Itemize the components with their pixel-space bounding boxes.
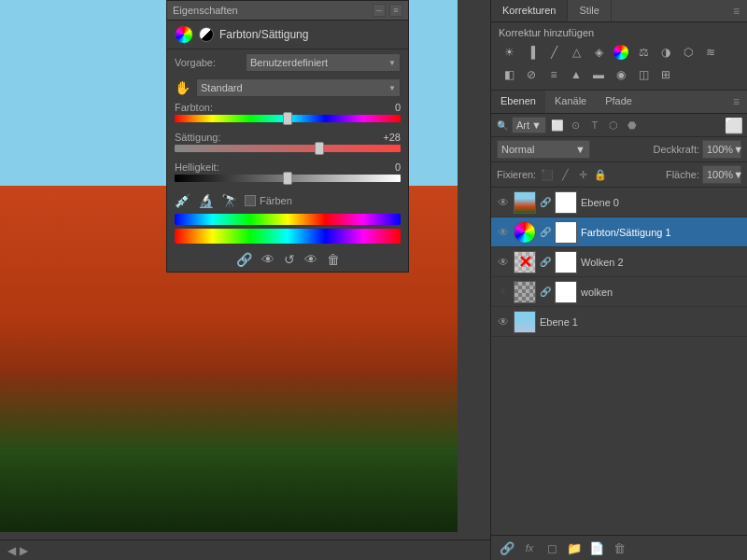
layer-item-wolken[interactable]: 👁 🔗 wolken bbox=[491, 277, 747, 307]
korr-extra2-icon[interactable]: ⊞ bbox=[655, 64, 676, 85]
eye-bottom-icon[interactable]: 👁 bbox=[261, 252, 275, 267]
nav-left-icon[interactable]: ◀ bbox=[7, 544, 16, 557]
helligkeit-value: 0 bbox=[373, 161, 401, 173]
farben-checkbox: Färben bbox=[245, 195, 292, 206]
korr-levels-icon[interactable]: ▐ bbox=[521, 42, 542, 63]
filter-icon4[interactable]: ⬡ bbox=[606, 118, 621, 133]
korr-brightness-icon[interactable]: ☀ bbox=[499, 42, 519, 63]
tab-ebenen[interactable]: Ebenen bbox=[491, 91, 545, 113]
korr-gradient-icon[interactable]: ▬ bbox=[588, 64, 609, 85]
korr-vibrance-icon[interactable]: ◈ bbox=[588, 42, 609, 63]
farbton-slider-thumb[interactable] bbox=[283, 112, 292, 125]
delete-icon[interactable]: 🗑 bbox=[327, 252, 340, 267]
eyedropper-icon[interactable]: 💉 bbox=[175, 193, 190, 208]
korr-threshold-icon[interactable]: ▲ bbox=[566, 64, 586, 85]
layer-eye-wolken[interactable]: 👁 bbox=[497, 286, 510, 299]
layer-thumb-ebene0 bbox=[514, 191, 536, 214]
helligkeit-slider-thumb[interactable] bbox=[283, 172, 292, 185]
korr-posterize-icon[interactable]: ≡ bbox=[543, 64, 564, 85]
panel-menu-icon[interactable]: ≡ bbox=[389, 4, 402, 17]
filter-toggle[interactable]: ⬜ bbox=[726, 118, 741, 133]
fix-icons: ⬛ ╱ ✛ 🔒 bbox=[540, 167, 662, 182]
flaeche-value[interactable]: 100% ▼ bbox=[702, 165, 741, 184]
nav-right-icon[interactable]: ▶ bbox=[20, 544, 28, 557]
layer-eye-ebene1[interactable]: 👁 bbox=[497, 315, 510, 329]
fix-lock-icon[interactable]: 🔒 bbox=[593, 167, 608, 182]
filter-icon3[interactable]: T bbox=[587, 118, 602, 133]
layer-eye-wolken2[interactable]: 👁 bbox=[497, 256, 510, 269]
korr-huesat-icon[interactable] bbox=[613, 45, 628, 60]
farbton-slider-track[interactable] bbox=[175, 115, 401, 122]
helligkeit-slider-track[interactable] bbox=[175, 175, 401, 182]
korr-bw-icon[interactable]: ◑ bbox=[655, 42, 676, 63]
tab-pfade[interactable]: Pfade bbox=[596, 91, 641, 113]
standard-dropdown[interactable]: Standard ▼ bbox=[196, 78, 401, 97]
flaeche-arrow: ▼ bbox=[733, 169, 743, 180]
properties-bottom-icons: 🔗 👁 ↺ 👁 🗑 bbox=[167, 247, 408, 272]
new-group-icon[interactable]: 📁 bbox=[566, 539, 583, 556]
korr-exposure-icon[interactable]: △ bbox=[566, 42, 586, 63]
layer-eye-ebene0[interactable]: 👁 bbox=[497, 196, 510, 209]
korr-extra1-icon[interactable]: ◫ bbox=[633, 64, 654, 85]
fix-move-icon[interactable]: ✛ bbox=[575, 167, 590, 182]
blend-mode-dropdown[interactable]: Normal ▼ bbox=[497, 140, 590, 159]
layer-eye-huesat1[interactable]: 👁 bbox=[497, 226, 510, 239]
filter-icon1[interactable]: ⬜ bbox=[550, 118, 565, 133]
filter-icon5[interactable]: ⬣ bbox=[625, 118, 640, 133]
vorgabe-row: Vorgabe: Benutzerdefiniert ▼ bbox=[167, 49, 408, 76]
panel-minimize-icon[interactable]: ─ bbox=[373, 4, 386, 17]
fix-gradient-icon[interactable]: ╱ bbox=[557, 167, 572, 182]
farben-check[interactable] bbox=[245, 195, 256, 206]
layer-item-ebene1[interactable]: 👁 Ebene 1 bbox=[491, 307, 747, 337]
deckkraft-value[interactable]: 100% ▼ bbox=[702, 140, 741, 159]
korr-photo-icon[interactable]: ⬡ bbox=[678, 42, 698, 63]
saettigung-value: +28 bbox=[373, 132, 401, 143]
layer-thumb-wolken2 bbox=[514, 251, 536, 273]
eyedropper-minus-icon[interactable]: 🔭 bbox=[221, 193, 237, 208]
saettigung-slider-thumb[interactable] bbox=[315, 142, 324, 155]
layer-thumb-ebene1 bbox=[514, 311, 536, 333]
tab-kanaele[interactable]: Kanäle bbox=[545, 91, 596, 113]
link-layers-icon[interactable]: 🔗 bbox=[499, 539, 515, 556]
filter-search-icon: 🔍 bbox=[497, 120, 508, 131]
blend-mode-arrow: ▼ bbox=[575, 144, 585, 155]
korr-mixer-icon[interactable]: ≋ bbox=[700, 42, 721, 63]
color-gradient-bar-top bbox=[175, 214, 401, 225]
layer-name-ebene1: Ebene 1 bbox=[540, 316, 741, 328]
korr-colorlookup-icon[interactable]: ◧ bbox=[499, 64, 519, 85]
korr-selectivecolor-icon[interactable]: ◉ bbox=[611, 64, 631, 85]
right-panel-menu-icon[interactable]: ≡ bbox=[726, 1, 747, 21]
layer-item-huesat1[interactable]: 👁 🔗 Farbton/Sättigung 1 bbox=[491, 217, 747, 247]
layer-item-wolken2[interactable]: 👁 🔗 Wolken 2 bbox=[491, 247, 747, 277]
new-layer-icon[interactable]: 📄 bbox=[588, 539, 605, 556]
vorgabe-dropdown-arrow: ▼ bbox=[388, 59, 396, 67]
clip-icon[interactable]: 🔗 bbox=[236, 252, 252, 267]
deckkraft-arrow: ▼ bbox=[733, 144, 743, 155]
layer-item-ebene0[interactable]: 👁 🔗 Ebene 0 bbox=[491, 188, 747, 217]
korrektur-section: Korrektur hinzufügen ☀ ▐ ╱ △ ◈ ⚖ ◑ ⬡ ≋ ◧… bbox=[491, 22, 747, 91]
korr-invert-icon[interactable]: ⊘ bbox=[521, 64, 542, 85]
filter-dropdown[interactable]: Art ▼ bbox=[512, 117, 546, 133]
layer-panel-menu-icon[interactable]: ≡ bbox=[726, 91, 747, 112]
layer-mask-wolken bbox=[555, 281, 577, 303]
saettigung-section: Sättigung: +28 bbox=[167, 130, 408, 160]
reset-icon[interactable]: ↺ bbox=[284, 252, 295, 267]
saettigung-slider-track[interactable] bbox=[175, 145, 401, 152]
filter-icon2[interactable]: ⊙ bbox=[569, 118, 584, 133]
layer-mask-ebene0 bbox=[555, 191, 577, 214]
tab-stile[interactable]: Stile bbox=[568, 0, 611, 21]
fx-icon[interactable]: fx bbox=[521, 539, 538, 556]
fix-pixel-icon[interactable]: ⬛ bbox=[540, 167, 555, 182]
top-tab-group: Korrekturen Stile bbox=[491, 0, 612, 21]
layer-name-huesat1: Farbton/Sättigung 1 bbox=[581, 227, 741, 238]
eyedropper-plus-icon[interactable]: 🔬 bbox=[198, 193, 214, 208]
add-mask-icon[interactable]: ◻ bbox=[543, 539, 560, 556]
tab-korrekturen[interactable]: Korrekturen bbox=[491, 0, 568, 21]
delete-layer-icon[interactable]: 🗑 bbox=[611, 539, 627, 556]
vorgabe-dropdown[interactable]: Benutzerdefiniert ▼ bbox=[246, 53, 401, 72]
helligkeit-section: Helligkeit: 0 bbox=[167, 160, 408, 189]
korr-curves-icon[interactable]: ╱ bbox=[543, 42, 564, 63]
visibility-icon[interactable]: 👁 bbox=[304, 252, 317, 267]
layers-blend-toolbar: Normal ▼ Deckkraft: 100% ▼ bbox=[491, 137, 747, 162]
korr-colorbalance-icon[interactable]: ⚖ bbox=[633, 42, 654, 63]
